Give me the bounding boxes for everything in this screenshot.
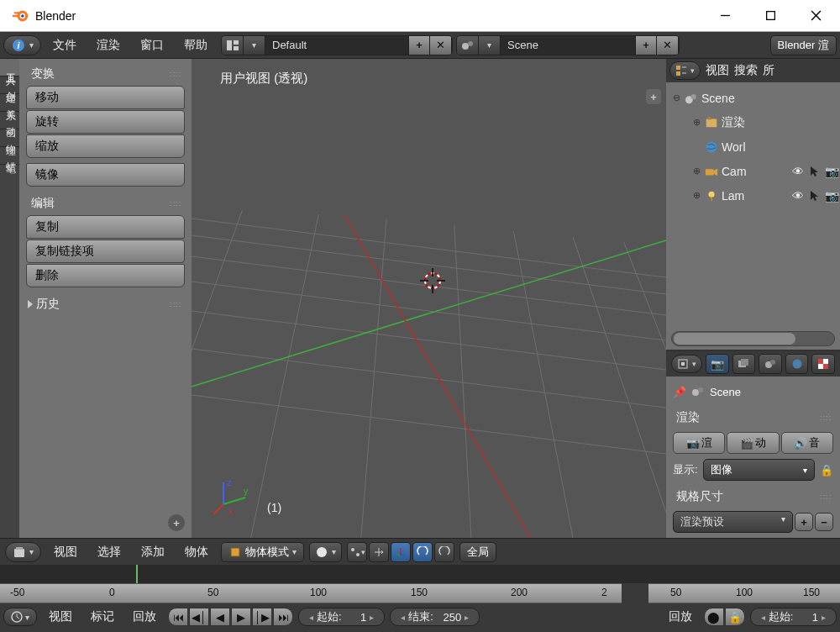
render-icon[interactable]: 📷	[825, 189, 838, 203]
autokey-button[interactable]: ⬤	[704, 608, 724, 626]
grip-icon[interactable]: ∷∷	[170, 70, 183, 79]
delete-button[interactable]: 删除	[26, 264, 185, 287]
vtab-create[interactable]: 创建	[0, 76, 19, 94]
tl-menu-marker[interactable]: 标记	[84, 607, 121, 627]
menu-file[interactable]: 文件	[45, 34, 85, 56]
menu-render[interactable]: 渲染	[88, 34, 129, 56]
cursor-icon[interactable]	[808, 165, 822, 178]
pivot-button[interactable]: ▾	[347, 542, 367, 562]
viewport-add-button[interactable]: +	[646, 89, 661, 104]
tl-playback-right[interactable]: 回放	[662, 607, 699, 627]
jump-start-button[interactable]: ⏮	[168, 608, 188, 626]
section-dimensions[interactable]: 规格尺寸 ∷∷	[673, 486, 833, 508]
scene-add-button[interactable]: +	[635, 36, 657, 55]
pin-icon[interactable]: 📌	[673, 386, 686, 398]
eye-icon[interactable]: 👁	[791, 165, 805, 178]
vpf-view[interactable]: 视图	[46, 542, 85, 562]
expand-icon[interactable]: ⊖	[671, 92, 681, 103]
viewport-editor-icon[interactable]: ▾	[5, 542, 41, 562]
outliner-scrollbar[interactable]	[671, 331, 835, 346]
vtab-animation[interactable]: 动画	[0, 112, 19, 129]
prop-tab-scene[interactable]	[759, 354, 782, 374]
display-dropdown[interactable]: 图像▾	[703, 459, 815, 481]
vtab-grease[interactable]: 蜡笔	[0, 147, 19, 165]
viewport-3d[interactable]: 用户视图 (透视) + z y x (1)	[192, 59, 666, 538]
jump-end-button[interactable]: ⏭	[273, 608, 293, 626]
scene-selector[interactable]: ▾ Scene + ✕	[456, 35, 680, 55]
section-render[interactable]: 渲染 ∷∷	[673, 407, 833, 429]
render-anim-button[interactable]: 🎬动	[727, 432, 779, 454]
timeline-ruler-right[interactable]: 50100150	[648, 583, 840, 603]
preset-dropdown[interactable]: 渲染预设▾	[673, 511, 793, 533]
scene-name[interactable]: Scene	[501, 36, 635, 55]
layout-close-button[interactable]: ✕	[430, 36, 452, 55]
frame-start-field[interactable]: ◂起始: 1▸	[298, 608, 385, 626]
manipulator-translate[interactable]	[391, 542, 411, 562]
scene-close-button[interactable]: ✕	[657, 36, 679, 55]
outliner-row[interactable]: ⊕Cam👁📷	[668, 159, 838, 183]
vpf-object[interactable]: 物体	[177, 542, 216, 562]
menu-window[interactable]: 窗口	[132, 34, 172, 56]
section-edit[interactable]: 编辑 ∷∷	[26, 192, 185, 215]
frame-end-field[interactable]: ◂结束: 250▸	[390, 608, 480, 626]
expand-icon[interactable]: ⊕	[691, 190, 701, 201]
section-history[interactable]: 历史 ∷∷	[26, 292, 185, 316]
outliner-row[interactable]: ⊕渲染	[668, 110, 838, 134]
outliner-menu-view[interactable]: 视图	[706, 63, 729, 78]
manipulator-toggle[interactable]	[369, 542, 389, 562]
outliner-tree[interactable]: ⊖Scene⊕渲染Worl⊕Cam👁📷⊕Lam👁📷	[666, 82, 840, 331]
layout-add-button[interactable]: +	[408, 36, 430, 55]
menu-help[interactable]: 帮助	[176, 34, 216, 56]
prop-tab-layers[interactable]	[732, 354, 756, 374]
mirror-button[interactable]: 镜像	[26, 163, 185, 187]
rotate-button[interactable]: 旋转	[26, 110, 185, 134]
cursor-icon[interactable]	[808, 189, 822, 203]
grip-icon[interactable]: ∷∷	[170, 199, 183, 208]
vpf-select[interactable]: 选择	[90, 542, 129, 562]
render-engine-selector[interactable]: Blender 渲	[770, 35, 837, 55]
add-panel-button[interactable]: +	[168, 514, 185, 531]
manipulator-rotate[interactable]	[412, 542, 433, 562]
frame-start-field-right[interactable]: ◂起始: 1▸	[750, 608, 837, 626]
layout-icon[interactable]	[222, 36, 244, 55]
tl-menu-playback[interactable]: 回放	[126, 607, 163, 627]
shading-selector[interactable]: ▾	[309, 542, 342, 562]
mode-selector[interactable]: 物体模式 ▾	[221, 542, 304, 562]
expand-icon[interactable]: ⊕	[691, 117, 701, 128]
close-button[interactable]	[793, 1, 838, 31]
outliner-row[interactable]: Worl	[668, 134, 838, 159]
translate-button[interactable]: 移动	[26, 86, 185, 109]
properties-editor-icon[interactable]: ▾	[671, 355, 702, 373]
vtab-tools[interactable]: 工具	[0, 59, 19, 76]
outliner-editor-icon[interactable]: ▾	[669, 61, 701, 80]
autokey-lock-button[interactable]: 🔒	[725, 608, 745, 626]
layout-name[interactable]: Default	[265, 36, 408, 55]
layout-selector[interactable]: ▾ Default + ✕	[221, 35, 453, 55]
expand-icon[interactable]: ⊕	[691, 166, 701, 176]
prop-tab-render[interactable]: 📷	[706, 354, 729, 374]
tl-menu-view[interactable]: 视图	[42, 607, 79, 627]
scene-icon[interactable]	[457, 36, 479, 55]
playhead[interactable]	[136, 565, 138, 583]
grip-icon[interactable]: ∷∷	[170, 300, 183, 309]
outliner-row[interactable]: ⊖Scene	[668, 86, 838, 110]
timeline-ruler-main[interactable]: -500501001502002	[0, 583, 622, 603]
section-transform[interactable]: 变换 ∷∷	[26, 62, 185, 86]
duplicate-button[interactable]: 复制	[26, 215, 185, 239]
outliner-menu-all[interactable]: 所	[763, 63, 774, 78]
eye-icon[interactable]: 👁	[791, 189, 805, 203]
render-image-button[interactable]: 📷渲	[673, 432, 725, 454]
prev-key-button[interactable]: ◀│	[189, 608, 209, 626]
outliner-menu-search[interactable]: 搜索	[734, 63, 758, 78]
vtab-relations[interactable]: 关系	[0, 94, 19, 112]
orientation-selector[interactable]: 全局	[459, 542, 496, 562]
duplicate-linked-button[interactable]: 复制链接项	[26, 240, 185, 263]
prop-tab-world[interactable]	[785, 354, 809, 374]
vpf-add[interactable]: 添加	[134, 542, 172, 562]
next-key-button[interactable]: │▶	[252, 608, 272, 626]
preset-remove-button[interactable]: −	[815, 513, 833, 531]
timeline-editor-icon[interactable]: ▾	[3, 608, 37, 626]
minimize-button[interactable]	[702, 1, 748, 31]
maximize-button[interactable]	[748, 1, 793, 31]
lock-icon[interactable]: 🔒	[820, 464, 833, 477]
